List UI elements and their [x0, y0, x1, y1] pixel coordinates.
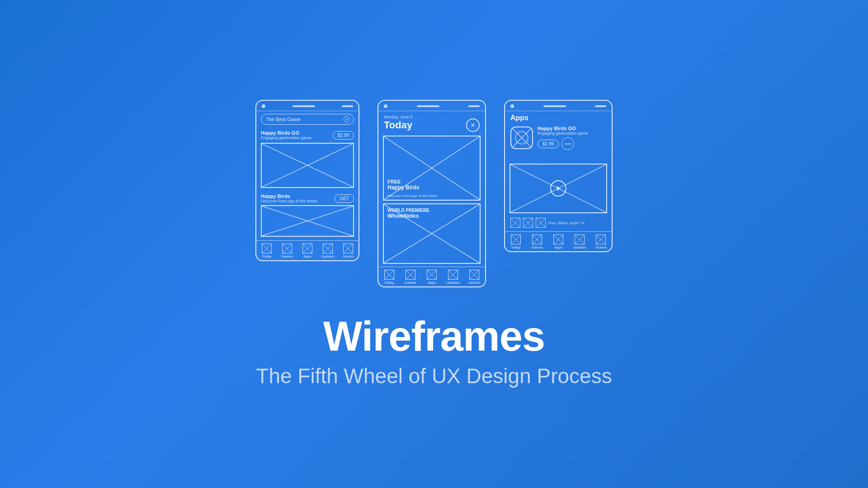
phone3-header-title: Apps	[510, 114, 606, 122]
phone1-search-bar[interactable]: The Best Game ✕	[261, 114, 354, 125]
phone2-free-desc: Discover Free App of the Week	[387, 194, 438, 198]
phone1-tab-updates[interactable]: Updates	[318, 244, 338, 258]
star-4	[535, 154, 541, 160]
p3-status-line	[543, 105, 566, 107]
phone3-tab-bar: Today Games Apps Updates Search	[505, 231, 612, 251]
phone1-tab-search[interactable]: Search	[338, 244, 359, 258]
phone3-app-desc: Engaging geolocation game	[538, 131, 606, 136]
phone3-tab-search-label: Search	[595, 245, 607, 249]
star-5	[543, 154, 549, 160]
star-2	[519, 154, 525, 160]
phone3-tab-today[interactable]: Today	[505, 235, 526, 249]
heading-section: Wireframes The Fifth Wheel of UX Design …	[256, 314, 612, 388]
phone2-close-btn[interactable]: ✕	[466, 118, 480, 132]
phone1-tab-today[interactable]: Today	[256, 244, 277, 258]
phone2-tab-updates[interactable]: Updates	[443, 270, 464, 285]
phone3-wireframe: Apps Happy Birds GO Engaging geolocation…	[504, 100, 613, 252]
phone2-tab-games-label: Games	[405, 281, 416, 285]
phone1-tab-games-label: Games	[281, 254, 293, 258]
phone3-tab-search[interactable]: Search	[590, 235, 612, 249]
phone3-platform-text: iPad, Watch, Apple TV	[548, 221, 585, 225]
phone2-title: Today	[384, 119, 412, 131]
sub-title: The Fifth Wheel of UX Design Process	[256, 364, 612, 388]
phone3-platform-icon-1	[510, 218, 520, 228]
p2-status-dot	[384, 104, 387, 108]
phone1-tab-apps-label: Apps	[303, 254, 311, 258]
phone2-tab-search[interactable]: Search	[464, 270, 485, 285]
star-1	[510, 154, 517, 160]
phone3-play-btn[interactable]	[550, 180, 566, 197]
p3-status-dot	[510, 104, 514, 108]
phone2-tab-today-label: Today	[384, 281, 394, 285]
phone3-tab-today-label: Today	[511, 245, 520, 249]
phone2-tab-bar: Today Games Apps Updates Search	[378, 267, 485, 286]
phone1-tab-apps[interactable]: Apps	[297, 244, 317, 258]
phone3-platform-icon-2	[523, 218, 533, 228]
phone2-free-name: Happy Birds	[387, 184, 420, 191]
phone2-header: Monday, June 5 Today ✕	[378, 111, 485, 134]
phone1-clear-btn[interactable]: ✕	[344, 116, 350, 122]
wireframes-row: The Best Game ✕ Happy Birds GO Engaging …	[255, 100, 613, 287]
phone2-tab-today[interactable]: Today	[378, 270, 400, 285]
phone2-premiere-name: WholeNotes	[387, 213, 429, 219]
phone1-app1-desc: Engaging geolocation game	[261, 136, 329, 140]
phone1-tab-updates-label: Updates	[321, 254, 335, 258]
phone2-free-card: FREE Happy Birds Discover Free App of th…	[383, 136, 481, 201]
svg-marker-33	[557, 186, 561, 191]
phone2-wireframe: Monday, June 5 Today ✕ FREE Happy Birds …	[377, 100, 486, 287]
phone3-header-section: Apps	[505, 111, 612, 124]
phone1-app2-name: Happy Birds	[261, 193, 331, 199]
phone3-tab-updates-label: Updates	[573, 245, 586, 249]
phone3-app-name: Happy Birds GO	[538, 126, 606, 131]
phone2-premiere-card: WORLD PREMIERE WholeNotes	[383, 203, 481, 264]
phone3-more-btn[interactable]	[561, 137, 574, 150]
phone1-tab-games[interactable]: Games	[277, 244, 297, 258]
status-dot-1	[262, 104, 265, 108]
phone3-platform-icon-3	[536, 218, 546, 228]
phone3-tab-apps-label: Apps	[554, 245, 562, 249]
phone3-stars	[505, 154, 612, 164]
phone1-app2-desc: Discover Free App of the Week	[261, 199, 331, 203]
p2-status-line	[417, 105, 439, 107]
phone3-tab-apps[interactable]: Apps	[547, 235, 569, 249]
phone3-platform-row: iPad, Watch, Apple TV	[505, 216, 612, 230]
phone3-tab-games[interactable]: Games	[526, 235, 547, 249]
phone3-tab-updates[interactable]: Updates	[569, 235, 590, 249]
phone2-tab-apps-label: Apps	[428, 281, 436, 285]
phone3-price-btn[interactable]: $2.99	[538, 140, 559, 148]
phone1-app2-get-btn[interactable]: GET	[335, 194, 354, 203]
phone2-tab-apps[interactable]: Apps	[421, 270, 442, 285]
phone2-tab-search-label: Search	[469, 281, 480, 285]
phone1-tab-today-label: Today	[262, 254, 271, 258]
phone1-app1-price-btn[interactable]: $2.99	[333, 131, 354, 140]
phone1-wireframe: The Best Game ✕ Happy Birds GO Engaging …	[255, 100, 359, 261]
phone2-date: Monday, June 5	[384, 115, 412, 119]
phone1-app2-row: Happy Birds Discover Free App of the Wee…	[256, 192, 359, 205]
phone2-tab-games[interactable]: Games	[400, 270, 421, 285]
phone1-app1-row: Happy Birds GO Engaging geolocation game…	[256, 127, 359, 143]
phone2-premiere-badge: WORLD PREMIERE	[387, 208, 429, 213]
p3-status-sm	[595, 105, 606, 107]
phone3-video	[509, 164, 607, 213]
phone1-tab-search-label: Search	[343, 254, 354, 258]
p2-status-sm	[468, 105, 480, 107]
phone1-search-text: The Best Game	[266, 117, 341, 122]
star-3	[527, 154, 533, 160]
main-title: Wireframes	[256, 314, 612, 358]
phone3-tab-games-label: Games	[531, 245, 543, 249]
phone1-tab-bar: Today Games Apps Updates Search	[256, 240, 359, 260]
main-content: The Best Game ✕ Happy Birds GO Engaging …	[255, 100, 613, 388]
phone2-tab-updates-label: Updates	[446, 281, 460, 285]
status-line-sm-1	[342, 105, 353, 107]
phone1-app1-name: Happy Birds GO	[261, 130, 329, 136]
status-line-1	[292, 105, 315, 107]
phone2-free-badge: FREE	[387, 179, 420, 184]
phone1-app1-image	[261, 143, 354, 188]
phone1-app2-image	[261, 205, 354, 237]
phone3-app-info: Happy Birds GO Engaging geolocation game…	[505, 124, 612, 154]
